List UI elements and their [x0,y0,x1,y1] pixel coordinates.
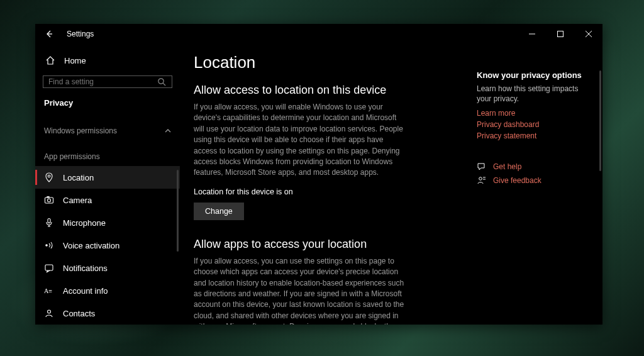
section1-description: If you allow access, you will enable Win… [194,102,408,179]
link-privacy-statement[interactable]: Privacy statement [477,131,591,140]
svg-rect-1 [557,31,563,37]
give-feedback-row[interactable]: Give feedback [477,175,591,186]
info-heading: Know your privacy options [477,70,591,80]
sidebar-item-microphone[interactable]: Microphone [35,211,180,234]
account-icon: A≡ [44,286,54,296]
settings-window: Settings Home [35,24,602,325]
svg-rect-9 [47,197,49,198]
close-button[interactable] [574,24,602,44]
main-panel: Location Allow access to location on thi… [180,44,602,325]
sidebar-item-label: Camera [63,196,92,205]
sidebar-item-location[interactable]: Location [35,166,180,189]
svg-point-14 [48,310,51,313]
sidebar-item-contacts[interactable]: Contacts [35,302,180,325]
sidebar-scrollbar[interactable] [177,170,179,252]
svg-rect-10 [48,219,50,223]
change-button[interactable]: Change [194,203,244,220]
section-label: App permissions [44,152,100,161]
voice-icon [44,240,54,250]
back-button[interactable] [35,24,63,44]
maximize-button[interactable] [546,24,574,44]
home-icon [45,55,55,65]
main-scrollbar[interactable] [599,70,601,171]
content: Location Allow access to location on thi… [180,44,477,325]
svg-line-5 [163,83,165,86]
current-category: Privacy [35,94,180,121]
sidebar-item-label: Microphone [63,218,106,228]
minimize-button[interactable] [518,24,546,44]
svg-point-4 [158,79,164,84]
link-learn-more[interactable]: Learn more [477,109,591,118]
get-help-row[interactable]: Get help [477,162,591,172]
section2: Allow apps to access your location If yo… [194,238,464,325]
microphone-icon [44,218,54,228]
section2-description: If you allow access, you can use the set… [194,256,408,325]
close-icon [586,31,592,37]
svg-point-11 [45,244,48,247]
link-privacy-dashboard[interactable]: Privacy dashboard [477,120,591,129]
location-device-status: Location for this device is on [194,187,464,196]
arrow-left-icon [45,30,53,38]
svg-point-8 [48,199,51,202]
section-windows-permissions[interactable]: Windows permissions [35,121,180,140]
section2-heading: Allow apps to access your location [194,238,464,251]
window-controls [518,24,602,44]
maximize-icon [557,31,564,37]
sidebar: Home Privacy Windows permissions App per… [35,44,180,325]
svg-point-6 [48,175,50,177]
section-app-permissions: App permissions [35,147,180,166]
page-title: Location [194,53,464,72]
feedback-icon [477,175,487,186]
sidebar-item-notifications[interactable]: Notifications [35,257,180,279]
info-subtext: Learn how this setting impacts your priv… [477,84,591,104]
svg-point-15 [479,177,482,181]
help-icon [477,162,487,172]
contacts-icon [44,308,54,318]
give-feedback-link[interactable]: Give feedback [493,176,541,185]
svg-rect-7 [45,197,53,203]
help-block: Get help Give feedback [477,162,591,186]
section-label: Windows permissions [44,126,117,135]
search-input[interactable] [48,77,157,86]
sidebar-item-label: Location [63,173,94,182]
notifications-icon [44,263,54,273]
sidebar-item-label: Account info [63,286,108,296]
window-body: Home Privacy Windows permissions App per… [35,44,602,325]
search-box[interactable] [43,75,172,88]
window-title: Settings [63,30,94,38]
get-help-link[interactable]: Get help [493,162,521,171]
home-label: Home [64,56,86,65]
info-column: Know your privacy options Learn how this… [477,44,602,325]
sidebar-item-voice-activation[interactable]: Voice activation [35,234,180,257]
chevron-up-icon [165,128,171,134]
sidebar-item-label: Notifications [63,264,108,273]
section1-heading: Allow access to location on this device [194,84,464,97]
sidebar-item-label: Contacts [63,309,95,318]
camera-icon [44,195,54,205]
sidebar-item-account-info[interactable]: A≡ Account info [35,279,180,302]
svg-text:A≡: A≡ [44,287,52,294]
sidebar-item-label: Voice activation [63,241,119,250]
svg-rect-12 [45,265,53,270]
minimize-icon [529,31,535,37]
search-icon [157,77,167,87]
sidebar-item-camera[interactable]: Camera [35,189,180,211]
titlebar: Settings [35,24,602,44]
home-nav[interactable]: Home [35,49,180,72]
location-icon [44,172,54,182]
